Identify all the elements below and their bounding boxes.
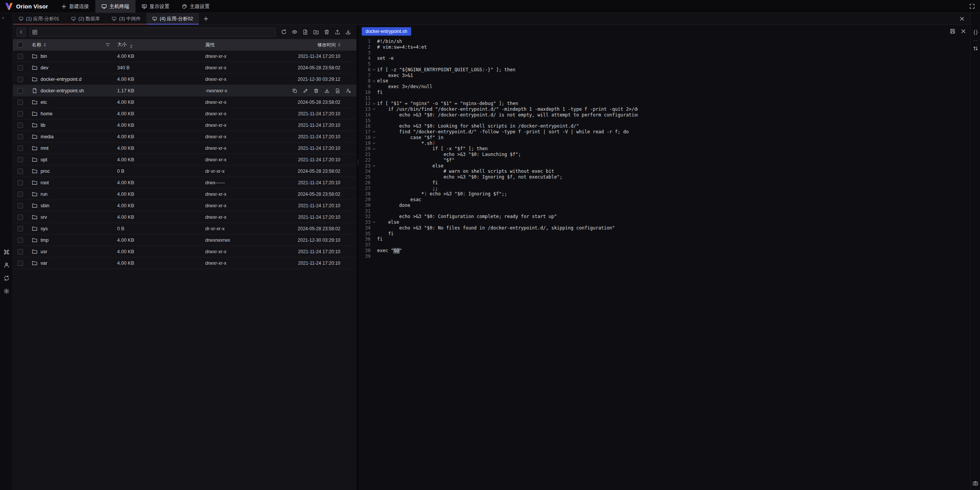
fold-chevron-icon[interactable] bbox=[371, 78, 377, 84]
code-text bbox=[377, 95, 638, 101]
menu-new-connection[interactable]: 新建连接 bbox=[55, 0, 95, 13]
file-row-dev[interactable]: dev340 Bdrwxr-xr-x2024-05-28 23:58:02 bbox=[13, 62, 356, 74]
file-row-sbin[interactable]: sbin4.00 KBdrwxr-xr-x2021-11-24 17:20:10 bbox=[13, 200, 356, 211]
terminal-tab-1[interactable]: (1) 应用-分析01 bbox=[13, 13, 65, 25]
save-button[interactable] bbox=[950, 28, 956, 34]
command-button[interactable] bbox=[3, 249, 10, 255]
file-row-mnt[interactable]: mnt4.00 KBdrwxr-xr-x2021-11-24 17:20:10 bbox=[13, 143, 356, 154]
fold-chevron-icon[interactable] bbox=[371, 141, 377, 146]
permission-icon[interactable] bbox=[346, 88, 351, 93]
file-row-opt[interactable]: opt4.00 KBdrwxr-xr-x2021-11-24 17:20:10 bbox=[13, 154, 356, 166]
delete-icon[interactable] bbox=[314, 88, 319, 93]
file-row-tmp[interactable]: tmp4.00 KBdrwxrwxrwx2021-12-30 03:29:10 bbox=[13, 234, 356, 246]
file-row-home[interactable]: home4.00 KBdrwxr-xr-x2021-11-24 17:20:10 bbox=[13, 108, 356, 120]
menu-theme-settings[interactable]: 主题设置 bbox=[176, 0, 216, 13]
terminal-tab-3[interactable]: (3) 中间件 bbox=[106, 13, 147, 25]
path-list-icon[interactable] bbox=[32, 29, 38, 35]
sort-name-icon[interactable] bbox=[44, 43, 46, 47]
terminal-tab-4[interactable]: (4) 应用-分析02 bbox=[147, 13, 199, 25]
fullscreen-button[interactable] bbox=[969, 3, 975, 9]
file-row-var[interactable]: var4.00 KBdrwxr-xr-x2021-11-24 17:20:10 bbox=[13, 257, 356, 269]
column-header-name[interactable]: 名称 bbox=[32, 42, 41, 48]
file-row-docker-entrypoint.sh[interactable]: docker-entrypoint.sh1.17 KB-rwxrwxr-x bbox=[13, 85, 356, 97]
new-connection-button[interactable] bbox=[0, 13, 6, 19]
edit-icon[interactable] bbox=[303, 88, 308, 93]
select-all-checkbox[interactable] bbox=[18, 42, 23, 48]
panel-divider[interactable] bbox=[356, 25, 359, 490]
line-number: 36 bbox=[361, 236, 371, 242]
preview-hidden-button[interactable] bbox=[292, 29, 297, 35]
back-button[interactable] bbox=[16, 28, 26, 37]
row-checkbox[interactable] bbox=[18, 111, 23, 116]
row-checkbox[interactable] bbox=[18, 169, 23, 174]
row-checkbox[interactable] bbox=[18, 192, 23, 197]
tabbar-close-button[interactable] bbox=[959, 16, 965, 21]
file-row-etc[interactable]: etc4.00 KBdrwxr-xr-x2024-05-28 23:58:02 bbox=[13, 97, 356, 108]
sort-mtime-icon[interactable] bbox=[338, 43, 340, 47]
row-checkbox[interactable] bbox=[18, 123, 23, 128]
file-row-run[interactable]: run4.00 KBdrwxr-xr-x2024-05-28 23:58:02 bbox=[13, 188, 356, 200]
row-checkbox[interactable] bbox=[18, 157, 23, 162]
row-checkbox[interactable] bbox=[18, 261, 23, 266]
terminal-tab-2[interactable]: (2) 数据库 bbox=[65, 13, 106, 25]
row-checkbox[interactable] bbox=[18, 203, 23, 208]
file-row-usr[interactable]: usr4.00 KBdrwxr-xr-x2021-11-24 17:20:10 bbox=[13, 246, 356, 257]
add-tab-button[interactable] bbox=[199, 13, 213, 25]
row-checkbox[interactable] bbox=[18, 180, 23, 185]
fold-chevron-icon[interactable] bbox=[371, 146, 377, 152]
row-checkbox[interactable] bbox=[18, 215, 23, 220]
filter-icon[interactable] bbox=[105, 43, 110, 48]
resize-grip-icon[interactable] bbox=[358, 160, 358, 164]
move-icon[interactable] bbox=[335, 88, 340, 93]
editor-file-tab[interactable]: docker-entrypoint.sh bbox=[362, 27, 411, 36]
row-checkbox[interactable] bbox=[18, 88, 23, 93]
file-row-root[interactable]: root4.00 KBdrwx------2021-11-24 17:20:10 bbox=[13, 177, 356, 188]
sync-button[interactable] bbox=[3, 275, 10, 281]
file-row-bin[interactable]: bin4.00 KBdrwxr-xr-x2021-11-24 17:20:10 bbox=[13, 51, 356, 62]
brand[interactable]: Orion Visor bbox=[0, 0, 55, 13]
row-checkbox[interactable] bbox=[18, 226, 23, 231]
menu-display-settings[interactable]: 显示设置 bbox=[136, 0, 176, 13]
column-header-size[interactable]: 大小 bbox=[117, 42, 127, 47]
delete-button[interactable] bbox=[324, 29, 330, 35]
row-checkbox[interactable] bbox=[18, 77, 23, 82]
row-checkbox[interactable] bbox=[18, 249, 23, 254]
fold-chevron-icon[interactable] bbox=[371, 135, 377, 141]
new-file-button[interactable] bbox=[302, 29, 308, 35]
download-icon[interactable] bbox=[324, 88, 330, 93]
column-header-mtime[interactable]: 修改时间 bbox=[317, 42, 336, 48]
fold-chevron-icon[interactable] bbox=[371, 129, 377, 135]
file-row-proc[interactable]: proc0 Bdr-xr-xr-x2024-05-28 23:58:02 bbox=[13, 166, 356, 177]
fold-chevron-icon[interactable] bbox=[371, 163, 377, 169]
row-checkbox[interactable] bbox=[18, 65, 23, 70]
upload-button[interactable] bbox=[335, 29, 340, 35]
path-input[interactable] bbox=[29, 28, 276, 37]
download-button[interactable] bbox=[345, 29, 351, 35]
row-checkbox[interactable] bbox=[18, 100, 23, 105]
file-row-sys[interactable]: sys0 Bdr-xr-xr-x2024-05-28 23:58:02 bbox=[13, 223, 356, 234]
row-checkbox[interactable] bbox=[18, 146, 23, 151]
user-button[interactable] bbox=[3, 262, 10, 268]
fold-chevron-icon[interactable] bbox=[371, 220, 377, 225]
code-editor[interactable]: 1#!/bin/sh2# vim:sw=4:ts=4:et34set -e56i… bbox=[359, 38, 970, 490]
new-folder-button[interactable] bbox=[313, 29, 319, 35]
menu-host-terminal[interactable]: 主机终端 bbox=[95, 0, 136, 13]
fold-chevron-icon[interactable] bbox=[371, 101, 377, 107]
row-checkbox[interactable] bbox=[18, 54, 23, 59]
file-row-docker-entrypoint.d[interactable]: docker-entrypoint.d4.00 KBdrwxr-xr-x2021… bbox=[13, 74, 356, 85]
settings-button[interactable] bbox=[3, 288, 10, 294]
row-checkbox[interactable] bbox=[18, 238, 23, 243]
fold-chevron-icon[interactable] bbox=[371, 107, 377, 112]
close-editor-button[interactable] bbox=[960, 28, 966, 34]
file-row-srv[interactable]: srv4.00 KBdrwxr-xr-x2021-11-24 17:20:10 bbox=[13, 211, 356, 223]
row-checkbox[interactable] bbox=[18, 134, 23, 139]
braces-button[interactable] bbox=[973, 29, 978, 35]
fold-chevron-icon[interactable] bbox=[371, 67, 377, 73]
sort-size-icon[interactable] bbox=[130, 44, 132, 48]
copy-icon[interactable] bbox=[292, 88, 297, 93]
file-row-lib[interactable]: lib4.00 KBdrwxr-xr-x2021-11-24 17:20:10 bbox=[13, 120, 356, 131]
refresh-button[interactable] bbox=[281, 29, 287, 35]
file-row-media[interactable]: media4.00 KBdrwxr-xr-x2021-11-24 17:20:1… bbox=[13, 131, 356, 143]
screenshot-button[interactable] bbox=[973, 480, 978, 486]
sort-button[interactable] bbox=[973, 46, 978, 51]
